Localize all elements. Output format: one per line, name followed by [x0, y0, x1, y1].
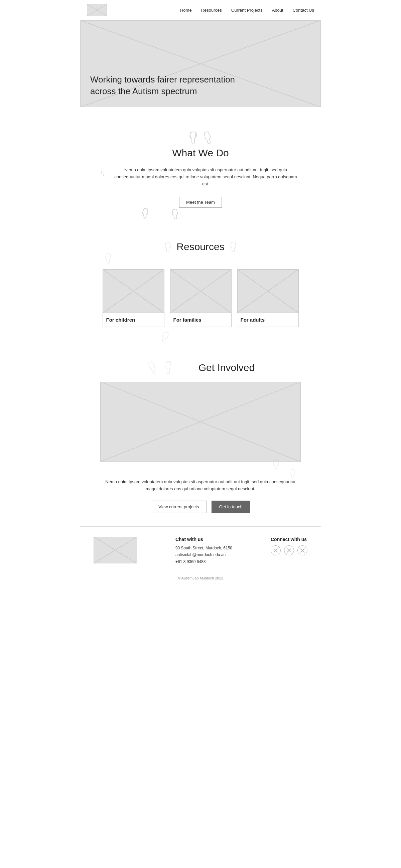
social-icons: [271, 546, 308, 555]
deco-hands-top: [100, 131, 301, 145]
meet-team-button[interactable]: Meet the Team: [179, 197, 222, 208]
footer-chat-title: Chat with us: [175, 537, 232, 542]
footer: Chat with us 90 South Street, Murdoch, 6…: [80, 526, 321, 585]
resources-title: Resources: [176, 241, 224, 252]
hand-icon-1: [187, 131, 199, 145]
svg-line-4: [301, 549, 304, 552]
resources-grid: For children For families For adults: [93, 269, 308, 327]
what-we-do-body: Nemo enim ipsam voluptatem quia voluptas…: [100, 167, 301, 187]
hand-icon-res-right: [229, 241, 238, 252]
hand-icon-scatter-6: [288, 469, 297, 480]
nav-current-projects[interactable]: Current Projects: [231, 8, 263, 13]
footer-contact: Chat with us 90 South Street, Murdoch, 6…: [175, 537, 232, 565]
resource-card-adults[interactable]: For adults: [237, 269, 299, 327]
nav-contact[interactable]: Contact Us: [293, 8, 314, 13]
nav-about[interactable]: About: [272, 8, 283, 13]
footer-social: Connect with us: [271, 537, 308, 555]
footer-address: 90 South Street, Murdoch, 6150: [175, 545, 232, 551]
hand-icon-scatter-4: [159, 330, 171, 344]
resource-label-children: For children: [103, 313, 164, 327]
footer-copyright: © AutismLab Murdoch 2022: [93, 572, 308, 580]
footer-social-title: Connect with us: [271, 537, 308, 542]
navbar: Home Resources Current Projects About Co…: [80, 0, 321, 20]
svg-line-0: [274, 549, 277, 552]
cta-buttons: View current projects Get in touch: [100, 501, 301, 513]
footer-email[interactable]: autismlab@murdoch.edu.au: [175, 551, 232, 558]
hand-icon-gi-mid: [163, 360, 174, 375]
resource-label-families: For families: [170, 313, 231, 327]
svg-line-2: [287, 549, 291, 552]
resource-card-families[interactable]: For families: [170, 269, 232, 327]
resources-section: Resources For children For families For …: [80, 235, 321, 354]
hand-icon-left: [100, 168, 105, 179]
nav-resources[interactable]: Resources: [201, 8, 222, 13]
resource-card-children[interactable]: For children: [103, 269, 164, 327]
hand-icon-gi-left: [144, 359, 161, 377]
footer-logo: [93, 537, 137, 563]
nav-links: Home Resources Current Projects About Co…: [180, 8, 314, 13]
svg-line-5: [301, 549, 304, 552]
get-involved-body: Nemo enim ipsam voluptatem quia voluptas…: [100, 478, 301, 493]
hand-icon-2: [200, 129, 216, 147]
social-icon-3[interactable]: [297, 546, 308, 555]
what-we-do-title: What We Do: [100, 147, 301, 159]
what-we-do-section: What We Do Nemo enim ipsam voluptatem qu…: [80, 121, 321, 235]
resource-img-families: [170, 270, 231, 313]
hero-section: Working towards fairer representation ac…: [80, 20, 321, 107]
hero-tagline: Working towards fairer representation ac…: [90, 74, 235, 97]
footer-top: Chat with us 90 South Street, Murdoch, 6…: [93, 537, 308, 565]
get-involved-section: Get Involved Nemo enim ipsam voluptatem …: [80, 354, 321, 526]
get-involved-image: [100, 382, 301, 462]
svg-line-3: [287, 549, 291, 552]
what-we-do-text: Nemo enim ipsam voluptatem quia voluptas…: [111, 167, 301, 187]
hand-icon-res-left: [163, 241, 172, 252]
footer-phone: +61 8 9360 6488: [175, 558, 232, 565]
resource-img-adults: [237, 270, 298, 313]
resource-label-adults: For adults: [237, 313, 298, 327]
social-icon-2[interactable]: [284, 546, 294, 555]
hand-icon-scatter-1: [139, 207, 150, 220]
hand-icon-scatter-2: [170, 208, 180, 220]
hand-icon-scatter-5: [270, 458, 281, 471]
get-in-touch-button[interactable]: Get in touch: [211, 501, 250, 513]
nav-logo: [87, 4, 107, 16]
view-projects-button[interactable]: View current projects: [151, 501, 206, 513]
resource-img-children: [103, 270, 164, 313]
nav-home[interactable]: Home: [180, 8, 192, 13]
social-icon-1[interactable]: [271, 546, 281, 555]
get-involved-title: Get Involved: [199, 362, 255, 373]
svg-line-1: [274, 549, 277, 552]
hand-icon-scatter-3: [104, 253, 113, 264]
